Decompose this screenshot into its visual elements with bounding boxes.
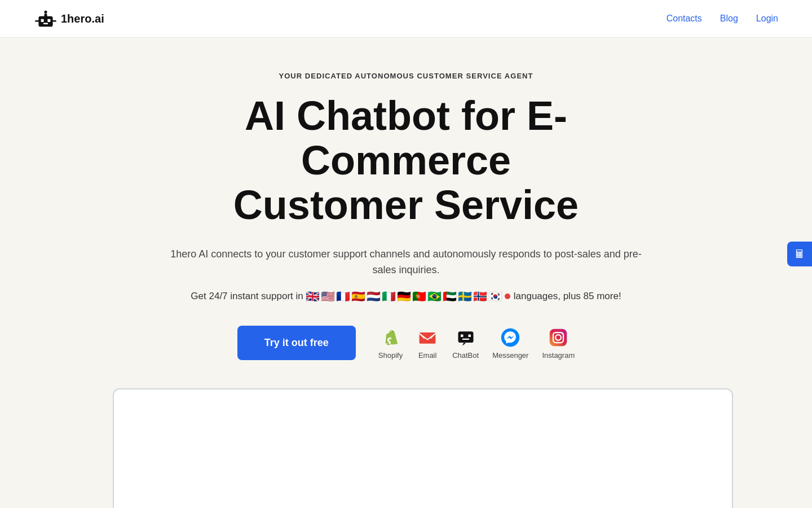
demo-frame-wrapper	[113, 388, 733, 508]
hero-title-line1: AI Chatbot for E-Commerce	[245, 93, 567, 183]
shopify-icon	[379, 326, 401, 349]
svg-rect-12	[462, 339, 469, 340]
email-icon	[416, 326, 439, 349]
hero-description: 1hero AI connects to your customer suppo…	[169, 246, 643, 279]
flag-gb: 🇬🇧	[306, 290, 320, 303]
hero-title-line2: Customer Service	[233, 182, 579, 227]
flag-us: 🇺🇸	[321, 290, 335, 303]
svg-rect-8	[420, 332, 436, 344]
logo-text: 1hero.ai	[61, 12, 104, 25]
svg-rect-2	[47, 19, 50, 22]
chatbot-icon	[454, 326, 477, 349]
messenger-label: Messenger	[492, 351, 528, 360]
flag-it: 🇮🇹	[382, 290, 396, 303]
nav-links: Contacts Blog Login	[667, 14, 778, 24]
flag-de: 🇩🇪	[397, 290, 411, 303]
svg-rect-3	[43, 23, 48, 25]
shopify-label: Shopify	[378, 351, 403, 360]
svg-point-17	[562, 333, 563, 335]
flag-nl: 🇳🇱	[367, 290, 381, 303]
svg-rect-0	[38, 16, 52, 27]
integration-email: Email	[416, 326, 439, 360]
languages-line: Get 24/7 instant support in 🇬🇧 🇺🇸 🇫🇷 🇪🇸 …	[191, 290, 621, 303]
flag-br: 🇧🇷	[427, 290, 442, 303]
instagram-icon	[547, 326, 570, 349]
integration-instagram: Instagram	[542, 326, 575, 360]
instagram-label: Instagram	[542, 351, 575, 360]
nav-blog[interactable]: Blog	[720, 14, 738, 24]
flag-kr: 🇰🇷	[488, 290, 502, 303]
integration-messenger: Messenger	[492, 326, 528, 360]
messenger-icon	[499, 326, 522, 349]
flags-row: 🇬🇧 🇺🇸 🇫🇷 🇪🇸 🇳🇱 🇮🇹 🇩🇪 🇵🇹 🇧🇷 🇦🇪 🇸🇪 🇳🇴 🇰🇷	[306, 290, 511, 303]
svg-rect-14	[550, 329, 567, 347]
flag-ae: 🇦🇪	[443, 290, 457, 303]
flag-pt: 🇵🇹	[412, 290, 426, 303]
email-label: Email	[418, 351, 437, 360]
navbar: 1hero.ai Contacts Blog Login	[0, 0, 812, 38]
integration-shopify: Shopify	[378, 326, 403, 360]
demo-frame	[113, 388, 733, 508]
svg-rect-4	[44, 14, 47, 17]
calculator-icon: 🖩	[794, 248, 805, 261]
flag-es: 🇪🇸	[351, 290, 365, 303]
svg-point-5	[44, 11, 47, 14]
nav-contacts[interactable]: Contacts	[667, 14, 702, 24]
nav-login[interactable]: Login	[756, 14, 778, 24]
eyebrow-text: YOUR DEDICATED AUTONOMOUS CUSTOMER SERVI…	[279, 72, 533, 80]
hero-section: YOUR DEDICATED AUTONOMOUS CUSTOMER SERVI…	[0, 38, 812, 508]
svg-rect-1	[41, 19, 44, 22]
integration-chatbot: ChatBot	[452, 326, 479, 360]
logo-icon	[34, 7, 58, 30]
flag-se: 🇸🇪	[458, 290, 472, 303]
svg-point-13	[501, 329, 519, 347]
red-dot-icon	[505, 294, 510, 299]
svg-rect-10	[461, 335, 464, 338]
chatbot-label: ChatBot	[452, 351, 479, 360]
flag-no: 🇳🇴	[473, 290, 487, 303]
svg-rect-11	[468, 335, 471, 338]
floating-calculator-button[interactable]: 🖩	[787, 242, 812, 266]
cta-row: Try it out free Shopify	[237, 326, 575, 360]
languages-suffix: languages, plus 85 more!	[514, 291, 621, 302]
flag-fr: 🇫🇷	[336, 290, 350, 303]
svg-rect-9	[458, 331, 473, 343]
logo[interactable]: 1hero.ai	[34, 7, 104, 30]
try-free-button[interactable]: Try it out free	[237, 326, 356, 360]
integrations-row: Shopify Email	[378, 326, 575, 360]
languages-prefix: Get 24/7 instant support in	[191, 291, 303, 302]
hero-title: AI Chatbot for E-Commerce Customer Servi…	[152, 94, 660, 228]
